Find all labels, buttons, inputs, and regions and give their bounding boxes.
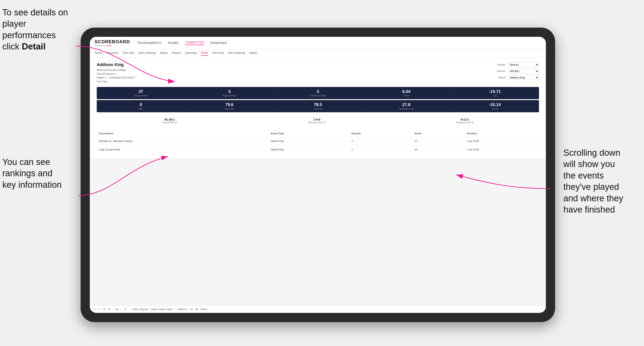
tab-summary2[interactable]: Summary (185, 51, 197, 55)
table-header-row: Tournament Event Type Rounds Score Posit… (97, 130, 539, 137)
annotation-bottom-left: You can see rankings and key information (2, 157, 80, 190)
toolbar-refresh2[interactable]: ⟳ (108, 308, 110, 311)
stat-avg-score: 79.6 Avg Score (185, 100, 274, 112)
stat-wins: 0 Wins (97, 100, 185, 112)
gender-label: Gender (493, 63, 506, 66)
toolbar-grid[interactable]: ⊞ (196, 308, 198, 311)
stat-value-avg-score: 79.6 (187, 102, 272, 107)
nav-items: TOURNAMENTS TEAMS COMMITTEE RANKINGS (137, 41, 227, 45)
stat-label-avg-sg: Avg SG (452, 108, 537, 110)
division-label: Division (493, 70, 506, 72)
player-select[interactable]: Addison King (508, 75, 539, 80)
app-container: SCOREBOARD Powered by clippd TOURNAMENTS… (90, 37, 546, 313)
records-row: 91-20-1 Overall Record 1-5-0 Record vs t… (97, 116, 539, 126)
stat-value-conference-rank: 3 (276, 89, 360, 94)
tab-detail[interactable]: Detail (201, 51, 208, 56)
nav-rankings[interactable]: RANKINGS (210, 41, 227, 45)
position-2: 7 out of 20 (464, 145, 539, 154)
stat-value-avg-score-par: 27.8 (364, 102, 449, 107)
division-select[interactable]: NJCAA I (508, 69, 539, 73)
tab-players[interactable]: Players (172, 51, 181, 55)
gender-control: Gender Women (493, 62, 539, 67)
tab-summary[interactable]: Summary (107, 51, 118, 55)
player-name: Addison King (97, 62, 134, 67)
stat-label-wins: Wins (98, 108, 183, 110)
tablet-screen: SCOREBOARD Powered by clippd TOURNAMENTS… (90, 37, 546, 313)
tab-matrix2[interactable]: Matrix (250, 51, 257, 55)
stat-label-sos: SoS (452, 95, 537, 97)
stat-label-national-rank: National Rank (98, 95, 183, 97)
toolbar-view-original[interactable]: View: Original (132, 308, 148, 311)
tablet-frame: SCOREBOARD Powered by clippd TOURNAMENTS… (80, 28, 555, 322)
record-value-top25: 1-5-0 (308, 118, 326, 121)
toolbar-refresh1[interactable]: ⟳ (103, 308, 105, 311)
toolbar-timer[interactable]: ⏱ (124, 308, 127, 311)
tab-h2h-heatmap[interactable]: H2H Heatmap (138, 51, 156, 55)
tab-matrix[interactable]: Matrix (160, 51, 168, 55)
record-value-overall: 91-20-1 (162, 118, 178, 121)
toolbar-zoom[interactable]: — ⊕ — (113, 308, 122, 311)
annotation-right: Scrolling down will show you the events … (564, 147, 642, 215)
annotation-top-left: To see details on player performances cl… (2, 7, 80, 52)
player-info: Addison King Mesa Community College NJCA… (97, 62, 134, 83)
stat-label-regional-rank: Regional Rank (187, 95, 272, 97)
player-college: Mesa Community College (97, 68, 134, 72)
toolbar-watch[interactable]: Watch ▾ (178, 308, 187, 311)
player-controls: Gender Women Division NJCAA I (493, 62, 539, 80)
record-top50: 5-11-1 Record vs top 50 (456, 118, 474, 124)
tab-teams[interactable]: Teams (94, 51, 102, 55)
stat-value-national-rank: 37 (98, 89, 183, 94)
table-row: Estrella CC- Mountain Classic Stroke Pla… (97, 137, 539, 145)
rounds-1: 2 (349, 137, 412, 145)
tab-h2h-grid[interactable]: H2H Grid (123, 51, 134, 55)
player-year: First Year (97, 80, 134, 84)
nav-tournaments[interactable]: TOURNAMENTS (137, 41, 161, 45)
toolbar-save-custom[interactable]: Save Custom View (151, 308, 172, 311)
stat-adj-score: 78.5 Adj Score (274, 100, 362, 112)
stat-points: 6.04 Points (362, 87, 451, 99)
stat-label-avg-score: Avg Score (187, 108, 272, 110)
stat-value-sos: -19.71 (452, 89, 537, 94)
stat-label-points: Points (364, 95, 449, 97)
stat-regional-rank: 3 Regional Rank (185, 87, 274, 99)
stats-row-2: 0 Wins 79.6 Avg Score 78.5 Adj Score 2 (97, 100, 539, 112)
event-type-2: Stroke Play (268, 145, 349, 154)
tournament-name-1: Estrella CC- Mountain Classic (97, 137, 268, 145)
tab-h2h-heatmap2[interactable]: H2H Heatmap (228, 51, 245, 55)
toolbar-screen[interactable]: □▾ (190, 308, 193, 311)
record-label-overall: Overall Record (162, 121, 178, 124)
toolbar-redo[interactable]: ↪ (98, 308, 100, 311)
logo-scoreboard: SCOREBOARD (94, 39, 130, 44)
toolbar-share[interactable]: Share (200, 308, 207, 311)
logo-powered: Powered by clippd (94, 44, 130, 47)
tab-h2h-grid2[interactable]: H2H Grid (212, 51, 224, 55)
stat-sos: -19.71 SoS (451, 87, 539, 99)
record-overall: 91-20-1 Overall Record (162, 118, 178, 124)
stat-label-conference-rank: Conference Rank (276, 95, 360, 97)
division-control: Division NJCAA I (493, 69, 539, 73)
record-label-top50: Record vs top 50 (456, 121, 474, 124)
record-label-top25: Record vs top 25 (308, 121, 326, 124)
toolbar-divider (130, 307, 130, 311)
stat-value-adj-score: 78.5 (276, 102, 360, 107)
toolbar-divider2 (175, 307, 175, 311)
content-panel: Addison King Mesa Community College NJCA… (90, 58, 546, 158)
stat-avg-score-par: 27.8 Avg Score to Par (362, 100, 451, 112)
nav-committee[interactable]: COMMITTEE (185, 41, 204, 45)
sub-nav: Teams Summary H2H Grid H2H Heatmap Matri… (90, 49, 546, 58)
toolbar-undo[interactable]: ↩ (94, 308, 96, 311)
stat-avg-sg: -10.14 Avg SG (451, 100, 539, 112)
stat-label-adj-score: Adj Score (276, 108, 360, 110)
stat-value-wins: 0 (98, 102, 183, 107)
gender-select[interactable]: Women (508, 62, 539, 67)
player-label: Player (493, 76, 506, 79)
stat-conference-rank: 3 Conference Rank (274, 87, 362, 99)
col-rounds: Rounds (349, 130, 412, 137)
position-1: 4 out of 20 (464, 137, 539, 145)
stats-row-1: 37 National Rank 3 Regional Rank 3 Confe… (97, 87, 539, 99)
stat-value-regional-rank: 3 (187, 89, 272, 94)
top-nav: SCOREBOARD Powered by clippd TOURNAMENTS… (90, 37, 546, 49)
col-event-type: Event Type (268, 130, 349, 137)
nav-teams[interactable]: TEAMS (168, 41, 178, 45)
col-tournament: Tournament (97, 130, 268, 137)
